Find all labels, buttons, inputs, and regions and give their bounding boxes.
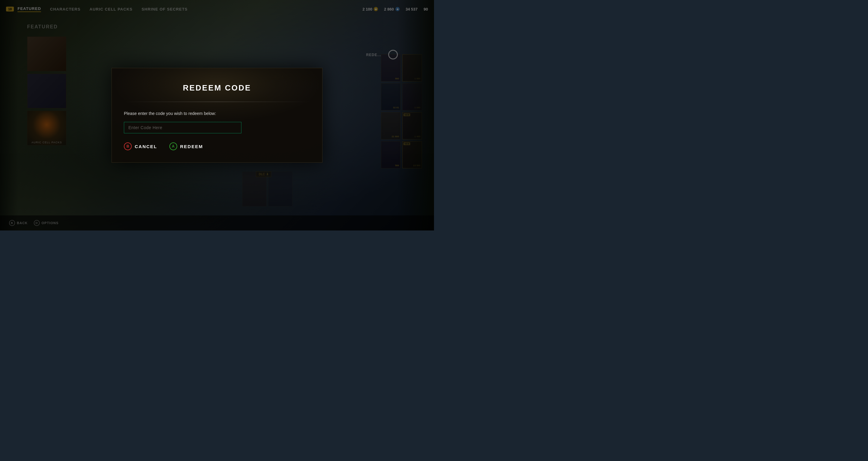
modal-body: Please enter the code you wish to redeem… xyxy=(112,102,322,162)
redeem-code-modal: REDEEM CODE Please enter the code you wi… xyxy=(112,68,322,163)
code-input[interactable] xyxy=(124,122,241,133)
cancel-button[interactable]: B CANCEL xyxy=(124,142,157,150)
cancel-key-icon: B xyxy=(124,142,132,150)
redeem-label: REDEEM xyxy=(180,144,203,149)
redeem-button[interactable]: A REDEEM xyxy=(169,142,203,150)
modal-actions: B CANCEL A REDEEM xyxy=(124,142,310,150)
modal-title: REDEEM CODE xyxy=(112,68,322,102)
cancel-label: CANCEL xyxy=(135,144,157,149)
redeem-key-icon: A xyxy=(169,142,177,150)
modal-overlay: REDEEM CODE Please enter the code you wi… xyxy=(0,0,434,231)
modal-description: Please enter the code you wish to redeem… xyxy=(124,111,310,116)
